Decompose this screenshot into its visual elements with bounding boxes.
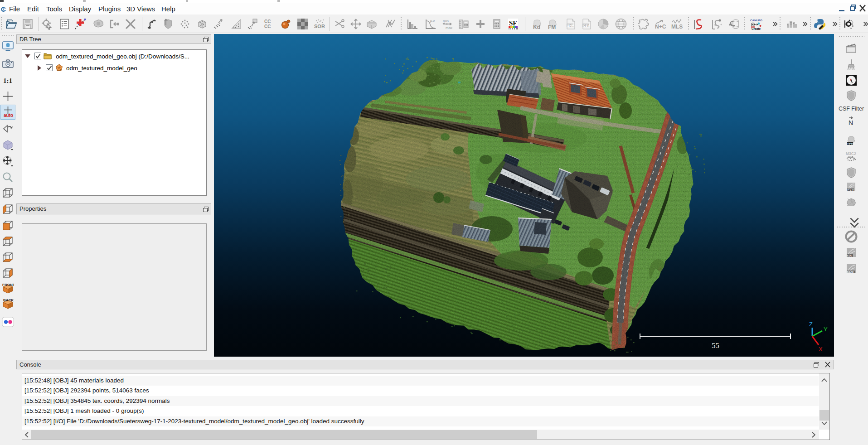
svg-text:EDL: EDL [847,254,853,257]
svg-text:μ,σ: μ,σ [430,19,435,23]
svg-text:BACK: BACK [3,298,14,302]
svg-text:SHP: SHP [567,24,574,28]
svg-text:SF: SF [509,19,517,27]
svg-text:HPR: HPR [848,142,853,145]
svg-text:X: X [819,346,823,353]
svg-text:auto: auto [4,113,13,118]
svg-text:CC: CC [264,19,271,24]
svg-text:55: 55 [712,341,719,350]
svg-text:Z: Z [809,321,813,328]
svg-text:P C V: P C V [848,189,854,191]
svg-text:SOR: SOR [314,24,325,29]
svg-text:min: min [443,19,449,23]
svg-text:MLS: MLS [671,24,683,30]
svg-text:M3C2: M3C2 [846,151,856,156]
svg-text:N: N [849,119,853,126]
svg-text:Y: Y [824,326,828,333]
svg-text:max: max [446,26,452,30]
svg-text:CC: CC [264,24,271,29]
svg-text:CANUPO: CANUPO [750,19,762,22]
svg-text:Kd: Kd [533,24,540,30]
svg-text:1:1: 1:1 [3,77,12,84]
svg-text:FM: FM [548,24,556,30]
svg-text:N+C: N+C [655,24,666,30]
svg-text:FRONT: FRONT [2,283,14,287]
svg-text:CSV: CSV [583,24,590,28]
svg-text:SSA0: SSA0 [847,271,854,273]
svg-text:Create: Create [752,27,761,30]
